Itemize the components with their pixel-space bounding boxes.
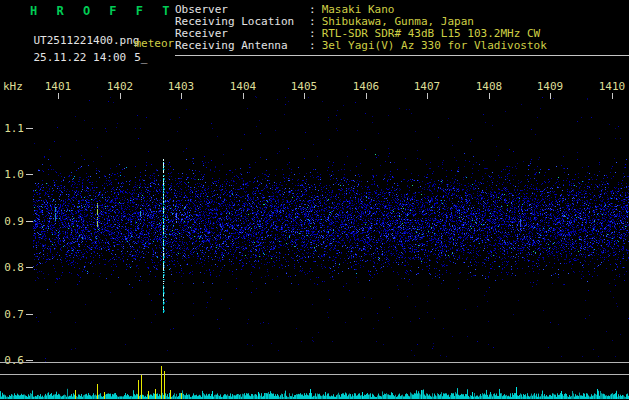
x-axis-label: 1409 [533,80,567,93]
x-axis-label: 1404 [226,80,260,93]
y-axis-label: 0.7 [0,308,24,321]
x-axis-label: 1405 [287,80,321,93]
y-axis-tick [26,221,33,222]
info-row-antenna: Receiving Antenna:3el Yagi(V) Az 330 for… [175,40,547,52]
amplitude-canvas [0,362,629,400]
y-axis-label: 0.8 [0,261,24,274]
info-value: 3el Yagi(V) Az 330 for Vladivostok [316,39,547,52]
app-title: H R O F F T [30,4,175,18]
y-axis-label: 1.1 [0,122,24,135]
x-axis-label: 1403 [164,80,198,93]
y-axis-unit: kHz [3,80,23,93]
x-axis-label: 1402 [103,80,137,93]
y-axis-label: 1.0 [0,168,24,181]
header-separator-line [175,55,629,56]
y-axis-tick [26,267,33,268]
y-axis-tick [26,128,33,129]
x-axis-label: 1408 [472,80,506,93]
y-axis-label: 0.9 [0,215,24,228]
seconds-counter: 5_ [134,51,147,64]
info-label: Receiving Antenna [175,40,309,52]
x-axis-label: 1401 [41,80,75,93]
datetime-label: 25.11.22 14:00 [34,51,127,64]
y-axis-tick [26,174,33,175]
station-info: Observer:Masaki Kano Receiving Location:… [175,4,547,52]
x-axis-label: 1407 [410,80,444,93]
datetime-row: 25.11.22 14:005_ [7,38,147,77]
x-axis-label: 1406 [349,80,383,93]
info-separator: : [309,39,316,52]
x-axis-label: 1410 [595,80,629,93]
y-axis-tick [26,360,33,361]
y-axis-tick [26,314,33,315]
spectrogram-canvas [33,96,629,362]
hrofft-app-window: H R O F F T UT2511221400.pngmeteor 25.11… [0,0,629,400]
